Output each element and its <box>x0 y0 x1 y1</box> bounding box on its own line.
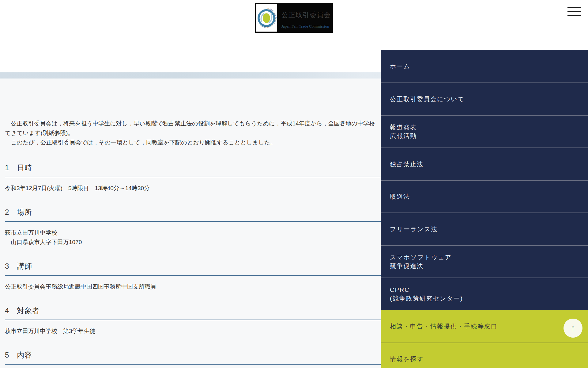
menu-item-label: 取適法 <box>390 192 410 201</box>
menu-item-label: 報道発表広報活動 <box>390 123 417 140</box>
menu-item-cprc[interactable]: CPRC(競争政策研究センター) <box>381 278 588 310</box>
site-logo[interactable]: JAPAN FAIR TRADE COMMISSION 公正取引委員会 Japa… <box>255 3 333 33</box>
hamburger-menu-icon[interactable] <box>567 7 581 16</box>
menu-item-label: CPRC(競争政策研究センター) <box>390 286 463 303</box>
menu-item-label: スマホソフトウェア競争促進法 <box>390 253 452 270</box>
arrow-up-icon: ↑ <box>571 323 575 333</box>
nav-menu-panel: ホーム公正取引委員会について報道発表広報活動独占禁止法取適法フリーランス法スマホ… <box>381 50 588 368</box>
menu-item-antimonopoly-act[interactable]: 独占禁止法 <box>381 148 588 180</box>
menu-item-freelance-act[interactable]: フリーランス法 <box>381 213 588 245</box>
menu-item-home[interactable]: ホーム <box>381 50 588 82</box>
menu-item-about-jftc[interactable]: 公正取引委員会について <box>381 82 588 115</box>
menu-item-label: 情報を探す <box>390 355 424 363</box>
menu-item-consultation-windows[interactable]: 相談・申告・情報提供・手続等窓口 <box>381 310 588 343</box>
menu-item-smartphone-software-act[interactable]: スマホソフトウェア競争促進法 <box>381 245 588 278</box>
menu-item-label: 独占禁止法 <box>390 160 424 168</box>
logo-subtitle-en: Japan Fair Trade Commission <box>281 24 333 29</box>
menu-item-search-information[interactable]: 情報を探す <box>381 343 588 368</box>
scroll-to-top-button[interactable]: ↑ <box>564 319 582 338</box>
menu-item-subcontract-act[interactable]: 取適法 <box>381 180 588 213</box>
menu-item-label: フリーランス法 <box>390 225 438 233</box>
menu-item-label: 相談・申告・情報提供・手続等窓口 <box>390 322 498 331</box>
menu-item-label: ホーム <box>390 62 410 71</box>
menu-item-press-publicity[interactable]: 報道発表広報活動 <box>381 115 588 148</box>
menu-item-label: 公正取引委員会について <box>390 95 465 103</box>
logo-title-jp: 公正取引委員会 <box>281 10 332 20</box>
jftc-seal-icon: JAPAN FAIR TRADE COMMISSION <box>256 4 277 32</box>
